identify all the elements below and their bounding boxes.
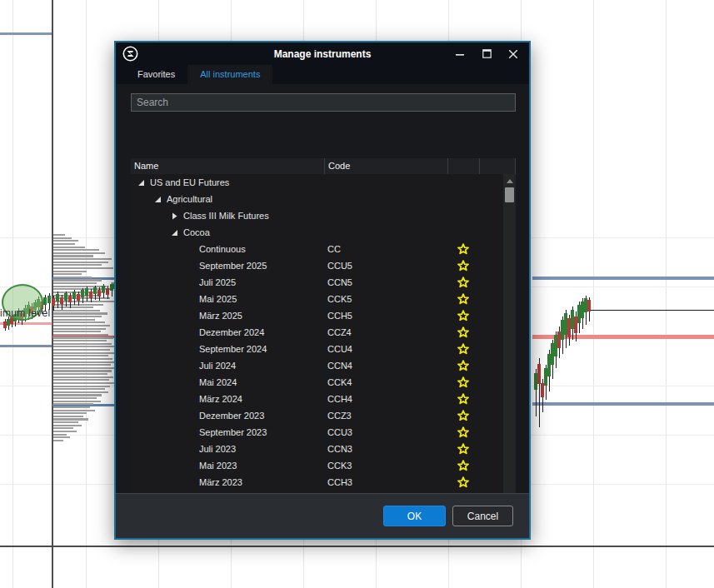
instrument-row[interactable]: ContinuousCC [131, 241, 503, 257]
expander-expanded-icon[interactable] [137, 179, 145, 187]
cell-extra [479, 241, 503, 257]
candle-down [106, 288, 109, 295]
cell-name: September 2025 [131, 257, 324, 274]
volume-profile-bar [53, 343, 112, 345]
favorite-star-icon[interactable] [457, 260, 469, 272]
column-header-extra[interactable] [479, 158, 516, 174]
instrument-row[interactable]: Juli 2024CCN4 [131, 357, 503, 374]
volume-profile-bar [53, 249, 99, 251]
instrument-row[interactable]: März 2025CCH5 [131, 307, 503, 324]
column-header-code[interactable]: Code [324, 158, 447, 174]
volume-profile-bar [53, 427, 73, 429]
instrument-name: Dezember 2023 [199, 407, 264, 424]
dark-line-bottom[interactable] [0, 546, 714, 547]
favorite-star-icon[interactable] [457, 326, 469, 338]
instrument-row[interactable]: März 2024CCH4 [131, 391, 503, 407]
instrument-row[interactable]: Dezember 2023CCZ3 [131, 407, 503, 424]
volume-profile-bar [53, 412, 87, 414]
search-input[interactable] [131, 93, 516, 112]
instrument-row[interactable]: Juli 2023CCN3 [131, 441, 503, 457]
cell-code [324, 224, 447, 241]
level-line-blue-topleft[interactable] [0, 32, 52, 35]
cell-favorite [447, 291, 479, 307]
favorite-star-icon[interactable] [457, 460, 469, 471]
favorite-star-icon[interactable] [457, 343, 469, 355]
cell-name: März 2025 [131, 307, 324, 324]
cell-code: CCH5 [324, 307, 447, 324]
column-header-favorite[interactable] [447, 158, 479, 174]
volume-profile-bar [53, 277, 92, 278]
table-header[interactable]: Name Code [131, 158, 516, 174]
instrument-row[interactable]: Mai 2023CCK3 [131, 457, 503, 474]
cell-extra [479, 424, 503, 441]
cell-extra [479, 307, 503, 324]
tab-all-instruments[interactable]: All instruments [187, 65, 272, 84]
tab-favorites[interactable]: Favorites [125, 65, 187, 84]
volume-profile-bar [53, 418, 88, 420]
instrument-row[interactable]: September 2024CCU4 [131, 341, 503, 357]
maximize-button[interactable] [476, 46, 497, 62]
favorite-star-icon[interactable] [457, 476, 469, 488]
favorite-star-icon[interactable] [457, 293, 469, 305]
instrument-row[interactable]: September 2023CCU3 [131, 424, 503, 441]
instrument-row[interactable]: Mai 2024CCK4 [131, 374, 503, 391]
favorite-star-icon[interactable] [457, 393, 469, 405]
dialog-titlebar[interactable]: Manage instruments [116, 42, 529, 65]
instrument-row[interactable]: Mai 2025CCK5 [131, 291, 503, 307]
cell-name: Juli 2024 [131, 357, 324, 374]
group-label: US and EU Futures [150, 174, 229, 191]
volume-profile-bar [53, 321, 105, 323]
cell-code: CCK5 [324, 291, 447, 307]
cell-extra [479, 274, 503, 291]
cell-code: CCU4 [324, 341, 447, 357]
cell-extra [479, 391, 503, 407]
instrument-row[interactable]: Juli 2025CCN5 [131, 274, 503, 291]
favorite-star-icon[interactable] [457, 410, 469, 421]
cell-name: Dezember 2024 [131, 324, 324, 341]
volume-profile-bar [53, 355, 108, 356]
expander-expanded-icon[interactable] [154, 196, 162, 203]
scroll-up-icon[interactable] [503, 176, 516, 186]
tree-group-row[interactable]: US and EU Futures [131, 174, 503, 191]
instrument-name: Juli 2024 [199, 357, 236, 374]
cell-extra [479, 257, 503, 274]
level-line-blue-right[interactable] [532, 277, 714, 280]
cell-favorite [447, 241, 479, 257]
volume-profile-bar [53, 310, 100, 311]
favorite-star-icon[interactable] [457, 310, 469, 321]
volume-profile-bar [53, 382, 114, 384]
cancel-button[interactable]: Cancel [452, 506, 513, 526]
ok-button[interactable]: OK [383, 506, 446, 526]
favorite-star-icon[interactable] [457, 243, 469, 255]
expander-expanded-icon[interactable] [171, 229, 178, 237]
tree-group-row[interactable]: Agricultural [131, 191, 503, 207]
volume-profile-bar [53, 394, 102, 396]
minimize-button[interactable] [449, 46, 471, 62]
trading-app-screen: imum level Manage instruments [0, 0, 714, 588]
tree-group-row[interactable]: Cocoa [131, 224, 503, 241]
favorite-star-icon[interactable] [457, 426, 469, 438]
cell-code [324, 174, 447, 191]
close-button[interactable] [502, 46, 524, 62]
favorite-star-icon[interactable] [457, 360, 469, 371]
instrument-row[interactable]: September 2025CCU5 [131, 257, 503, 274]
column-header-name[interactable]: Name [131, 158, 324, 174]
cell-code: CCU3 [324, 424, 447, 441]
favorite-star-icon[interactable] [457, 277, 469, 288]
favorite-star-icon[interactable] [457, 376, 469, 388]
level-line-blue-left2[interactable] [0, 345, 52, 347]
expander-collapsed-icon[interactable] [171, 212, 178, 220]
scrollbar-thumb[interactable] [505, 187, 514, 202]
cell-extra [479, 457, 503, 474]
volume-profile-bar [53, 403, 93, 405]
vertical-scrollbar[interactable] [503, 174, 516, 526]
cell-favorite [447, 324, 479, 341]
price-ray-black[interactable] [588, 310, 714, 311]
instrument-row[interactable]: März 2023CCH3 [131, 474, 503, 491]
level-line-blue-right2[interactable] [532, 402, 714, 406]
favorite-star-icon[interactable] [457, 443, 469, 455]
tree-group-row[interactable]: Class III Milk Futures [131, 207, 503, 224]
cell-favorite [447, 224, 479, 241]
instrument-code: CCK3 [327, 461, 352, 471]
instrument-row[interactable]: Dezember 2024CCZ4 [131, 324, 503, 341]
